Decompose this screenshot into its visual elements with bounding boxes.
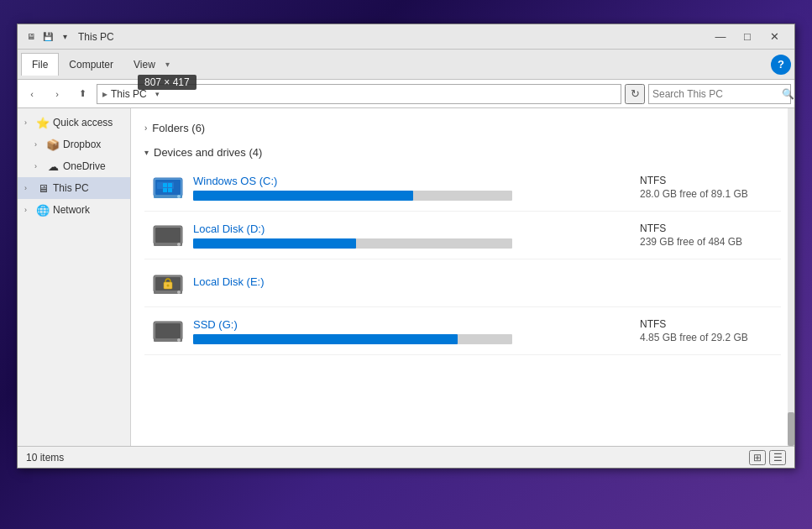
up-button[interactable]: ⬆ <box>71 84 93 104</box>
svg-rect-8 <box>168 188 172 192</box>
this-pc-icon: 🖥 <box>36 181 50 195</box>
drive-c-fs: NTFS <box>640 175 774 186</box>
status-bar: 10 items ⊞ ☰ <box>18 446 794 468</box>
drive-g-fs: NTFS <box>640 318 774 330</box>
drive-d-meta: NTFS 239 GB free of 484 GB <box>640 223 774 248</box>
title-bar: 🖥 💾 ▾ This PC — □ ✕ <box>18 24 794 50</box>
drive-d-progress-fill <box>193 238 356 249</box>
address-path-separator: ▸ <box>102 88 107 100</box>
drive-c-progress-fill <box>193 191 413 201</box>
drive-item-c[interactable]: Windows OS (C:) NTFS 28.0 GB free of 89.… <box>144 164 781 212</box>
close-button[interactable]: ✕ <box>761 24 788 50</box>
ribbon: File Computer View ▾ ? <box>18 50 794 80</box>
tab-computer[interactable]: Computer <box>59 54 123 76</box>
drive-icon-e <box>151 266 185 300</box>
drive-c-progress-bar <box>193 191 512 201</box>
svg-rect-7 <box>163 188 167 192</box>
app-icon-down: ▾ <box>58 31 71 43</box>
drive-list: Windows OS (C:) NTFS 28.0 GB free of 89.… <box>144 164 781 355</box>
ribbon-expand-icon[interactable]: ▾ <box>165 60 170 69</box>
view-grid-button[interactable]: ⊞ <box>749 450 766 465</box>
network-icon: 🌐 <box>36 203 50 217</box>
sidebar-item-label-onedrive: OneDrive <box>63 160 106 172</box>
folders-section-label: Folders (6) <box>152 122 205 134</box>
drives-section-header[interactable]: ▾ Devices and drives (4) <box>144 139 781 164</box>
drive-g-name: SSD (G:) <box>193 318 621 331</box>
drive-g-progress-bar <box>193 334 512 344</box>
sidebar: › ⭐ Quick access › 📦 Dropbox › ☁ OneDriv… <box>18 108 131 446</box>
sidebar-item-label-this-pc: This PC <box>53 182 89 194</box>
view-list-button[interactable]: ☰ <box>769 450 786 465</box>
drive-d-progress-bar <box>193 238 512 249</box>
help-button[interactable]: ? <box>771 55 791 75</box>
drive-e-info: Local Disk (E:) <box>193 275 774 291</box>
drive-g-progress-fill <box>193 334 458 344</box>
address-bar: ‹ › ⬆ ▸ This PC ▾ ↻ 🔍 <box>18 80 794 108</box>
sidebar-item-dropbox[interactable]: › 📦 Dropbox <box>18 134 130 155</box>
drive-c-space: 28.0 GB free of 89.1 GB <box>640 188 774 200</box>
sidebar-item-quick-access[interactable]: › ⭐ Quick access <box>18 112 130 134</box>
window-title: This PC <box>78 31 707 43</box>
folders-section-header[interactable]: › Folders (6) <box>144 115 781 139</box>
drive-d-fs: NTFS <box>640 223 774 234</box>
drive-d-name: Local Disk (D:) <box>193 223 621 235</box>
main-area: › ⭐ Quick access › 📦 Dropbox › ☁ OneDriv… <box>18 108 794 446</box>
back-button[interactable]: ‹ <box>21 84 43 104</box>
window-controls: — □ ✕ <box>707 24 788 50</box>
svg-point-12 <box>177 243 181 246</box>
svg-point-22 <box>177 338 181 342</box>
scrollbar-track[interactable] <box>788 108 794 446</box>
drive-c-info: Windows OS (C:) <box>193 175 621 201</box>
drive-d-space: 239 GB free of 484 GB <box>640 236 774 248</box>
sidebar-item-label-dropbox: Dropbox <box>63 139 101 150</box>
drive-icon-g <box>151 314 185 348</box>
chevron-this-pc-icon: › <box>24 184 33 192</box>
sidebar-item-label-quick-access: Quick access <box>53 117 113 128</box>
status-items-count: 10 items <box>26 452 64 464</box>
dimension-tooltip: 807 × 417 <box>138 75 196 90</box>
chevron-dropbox-icon: › <box>34 140 43 149</box>
sidebar-item-network[interactable]: › 🌐 Network <box>18 199 130 221</box>
svg-point-16 <box>177 291 181 294</box>
svg-point-18 <box>167 285 170 287</box>
sidebar-item-this-pc[interactable]: › 🖥 This PC <box>18 177 130 199</box>
quick-access-icon: ⭐ <box>36 116 50 129</box>
drive-d-info: Local Disk (D:) <box>193 223 621 249</box>
sidebar-item-label-network: Network <box>53 204 90 216</box>
drive-icon-c <box>151 170 185 204</box>
drive-g-space: 4.85 GB free of 29.2 GB <box>640 332 774 343</box>
drive-icon-d <box>151 218 185 252</box>
app-icon-monitor: 🖥 <box>24 31 38 43</box>
drive-g-meta: NTFS 4.85 GB free of 29.2 GB <box>640 318 774 343</box>
search-icon[interactable]: 🔍 <box>782 88 794 100</box>
refresh-button[interactable]: ↻ <box>625 84 645 104</box>
drive-g-info: SSD (G:) <box>193 318 621 344</box>
forward-button[interactable]: › <box>46 84 68 104</box>
dropbox-icon: 📦 <box>46 138 60 151</box>
sidebar-item-onedrive[interactable]: › ☁ OneDrive <box>18 155 130 177</box>
scrollbar-thumb[interactable] <box>788 412 794 446</box>
search-box: 🔍 <box>648 84 791 104</box>
drives-section-label: Devices and drives (4) <box>154 146 262 159</box>
tab-file[interactable]: File <box>21 53 59 76</box>
svg-point-3 <box>177 195 181 198</box>
search-input[interactable] <box>652 88 778 100</box>
minimize-button[interactable]: — <box>707 24 734 50</box>
tab-view[interactable]: View <box>123 54 165 76</box>
drive-item-d[interactable]: Local Disk (D:) NTFS 239 GB free of 484 … <box>144 212 781 259</box>
explorer-window: 🖥 💾 ▾ This PC — □ ✕ File Computer View ▾… <box>17 24 795 469</box>
folders-chevron-icon: › <box>144 123 147 133</box>
svg-rect-10 <box>155 228 181 243</box>
drive-item-e[interactable]: Local Disk (E:) <box>144 259 781 307</box>
drive-c-meta: NTFS 28.0 GB free of 89.1 GB <box>640 175 774 200</box>
chevron-onedrive-icon: › <box>34 162 43 170</box>
maximize-button[interactable]: □ <box>734 24 761 50</box>
status-bar-view-controls: ⊞ ☰ <box>749 450 786 465</box>
drive-item-g[interactable]: SSD (G:) NTFS 4.85 GB free of 29.2 GB <box>144 307 781 355</box>
drive-c-name: Windows OS (C:) <box>193 175 621 187</box>
onedrive-icon: ☁ <box>46 160 60 173</box>
svg-rect-20 <box>155 323 181 338</box>
drive-e-name: Local Disk (E:) <box>193 275 774 288</box>
svg-rect-6 <box>168 183 172 187</box>
content-pane: › Folders (6) ▾ Devices and drives (4) <box>131 108 794 446</box>
